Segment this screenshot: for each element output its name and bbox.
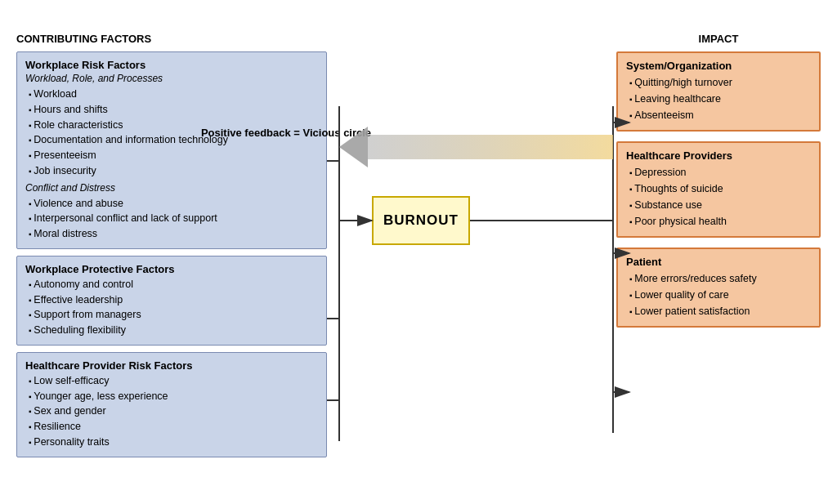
healthcare-provider-risk-list: Low self-efficacy Younger age, less expe… [25, 373, 318, 450]
impact-title: IMPACT [616, 33, 821, 45]
list-item: Low self-efficacy [29, 373, 318, 389]
list-item: Scheduling flexibility [29, 323, 318, 338]
workplace-protective-title: Workplace Protective Factors [25, 263, 318, 275]
list-item: Support from managers [29, 307, 318, 323]
workload-subtitle: Workload, Role, and Processes [25, 73, 318, 84]
burnout-label: BURNOUT [383, 212, 459, 229]
list-item: Moral distress [29, 226, 318, 242]
list-item: Substance use [629, 197, 811, 213]
list-item: Thoughts of suicide [629, 181, 811, 197]
list-item: Personality traits [29, 435, 318, 450]
list-item: Violence and abuse [29, 196, 318, 212]
list-item: Sex and gender [29, 404, 318, 419]
healthcare-provider-risk-box: Healthcare Provider Risk Factors Low sel… [16, 352, 327, 457]
healthcare-providers-title: Healthcare Providers [626, 149, 811, 162]
contributing-column: CONTRIBUTING FACTORS Workplace Risk Fact… [16, 33, 327, 464]
list-item: Quitting/high turnover [629, 74, 811, 91]
list-item: Interpersonal conflict and lack of suppo… [29, 211, 318, 226]
contributing-title: CONTRIBUTING FACTORS [16, 33, 327, 45]
feedback-text: Positive feedback = Vicious circle [201, 127, 371, 139]
list-item: Leaving healthcare [629, 91, 811, 107]
patient-list: More errors/reduces safety Lower quality… [626, 270, 811, 319]
list-item: Effective leadership [29, 292, 318, 308]
list-item: Hours and shifts [29, 102, 318, 118]
list-item: Absenteeism [629, 107, 811, 123]
diagram-container: CONTRIBUTING FACTORS Workplace Risk Fact… [0, 0, 837, 504]
list-item: Lower patient satisfaction [629, 303, 811, 319]
healthcare-providers-list: Depression Thoughts of suicide Substance… [626, 164, 811, 230]
feedback-label: Positive feedback = Vicious circle [163, 127, 409, 139]
workplace-risk-box: Workplace Risk Factors Workload, Role, a… [16, 51, 327, 249]
list-item: Depression [629, 164, 811, 181]
workplace-risk-list2: Violence and abuse Interpersonal conflic… [25, 196, 318, 242]
list-item: Lower quality of care [629, 287, 811, 303]
impact-column: IMPACT System/Organization Quitting/high… [616, 33, 821, 337]
list-item: Workload [29, 87, 318, 102]
list-item: Presenteeism [29, 148, 318, 163]
healthcare-provider-risk-title: Healthcare Provider Risk Factors [25, 359, 318, 372]
list-item: More errors/reduces safety [629, 270, 811, 287]
list-item: Job insecurity [29, 163, 318, 179]
burnout-box: BURNOUT [372, 196, 470, 245]
system-org-title: System/Organization [626, 60, 811, 72]
conflict-subtitle: Conflict and Distress [25, 182, 318, 194]
list-item: Younger age, less experience [29, 389, 318, 404]
list-item: Resilience [29, 419, 318, 435]
list-item: Autonomy and control [29, 277, 318, 292]
system-org-box: System/Organization Quitting/high turnov… [616, 51, 821, 132]
list-item: Poor physical health [629, 213, 811, 230]
system-org-list: Quitting/high turnover Leaving healthcar… [626, 74, 811, 123]
workplace-risk-title: Workplace Risk Factors [25, 59, 318, 71]
workplace-protective-list: Autonomy and control Effective leadershi… [25, 277, 318, 338]
patient-box: Patient More errors/reduces safety Lower… [616, 248, 821, 328]
healthcare-providers-box: Healthcare Providers Depression Thoughts… [616, 141, 821, 238]
workplace-protective-box: Workplace Protective Factors Autonomy an… [16, 256, 327, 346]
patient-title: Patient [626, 256, 811, 268]
